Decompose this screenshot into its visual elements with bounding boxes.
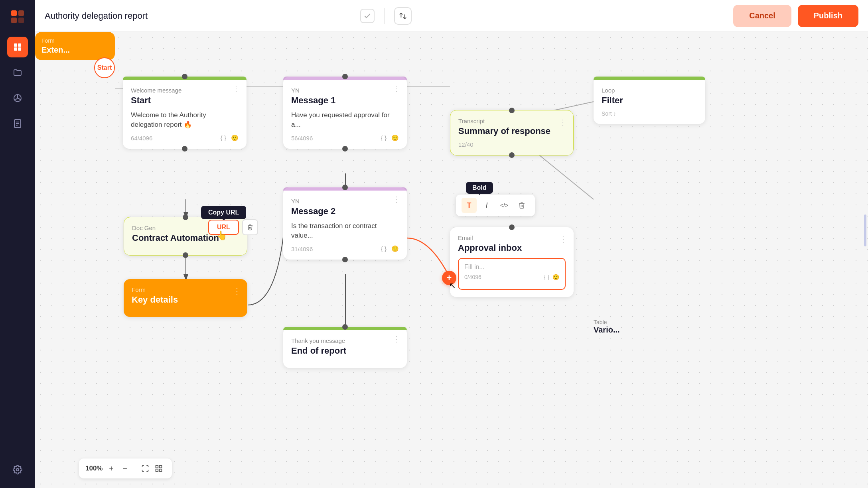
message2-node[interactable]: YN Message 2 Is the transaction or contr… xyxy=(283,187,407,260)
conn-top-msg1 xyxy=(342,74,348,79)
zoom-out-button[interactable]: − xyxy=(118,462,132,475)
transcript-menu-icon[interactable]: ⋮ xyxy=(559,118,567,127)
extend-node[interactable]: Form Exten... xyxy=(35,32,115,60)
email-emoji-icon[interactable]: 🙂 xyxy=(552,274,559,280)
swap-icon[interactable] xyxy=(394,7,412,25)
zoom-fit-button[interactable] xyxy=(138,462,152,475)
svg-point-13 xyxy=(16,468,19,471)
flow-canvas[interactable]: Start Welcome message Start Welcome to t… xyxy=(35,32,868,488)
extend-node-label: Form xyxy=(41,37,108,44)
msg1-footer-icons: { } 🙂 xyxy=(381,134,399,142)
conn-bottom-welcome xyxy=(182,146,187,152)
braces-icon-msg1[interactable]: { } xyxy=(381,134,387,142)
msg1-node-body: Have you requested approval for a... xyxy=(291,110,399,130)
endreport-node[interactable]: Thank you message End of report ⋮ xyxy=(283,327,407,368)
code-icon: </> xyxy=(500,202,508,209)
transcript-node[interactable]: Transcript Summary of response 12/40 ⋮ xyxy=(450,110,574,155)
svg-rect-7 xyxy=(18,47,21,51)
copy-url-tooltip: Copy URL xyxy=(201,206,246,219)
welcome-node-body: Welcome to the Authority delegation repo… xyxy=(131,110,239,130)
fit-screen-icon xyxy=(141,464,149,472)
msg2-counter: 31/4096 xyxy=(291,246,313,252)
svg-rect-26 xyxy=(160,469,162,472)
braces-icon-msg2[interactable]: { } xyxy=(381,245,387,252)
msg2-node-title: Message 2 xyxy=(291,206,399,216)
msg2-menu-icon[interactable]: ⋮ xyxy=(393,195,400,204)
table-label: Table xyxy=(594,319,620,325)
svg-rect-0 xyxy=(11,10,17,16)
braces-icon[interactable]: { } xyxy=(221,134,226,142)
welcome-node-title: Start xyxy=(131,95,239,106)
zoom-in-button[interactable]: + xyxy=(105,462,118,475)
format-toolbar: T I </> xyxy=(456,195,535,216)
conn-top-welcome xyxy=(182,74,187,79)
emoji-icon[interactable]: 🙂 xyxy=(231,134,239,142)
emoji-icon-msg2[interactable]: 🙂 xyxy=(391,245,399,252)
delete-url-button[interactable] xyxy=(242,219,258,235)
table-node[interactable]: Table Vario... xyxy=(594,319,620,335)
conn-top-msg2 xyxy=(342,185,348,190)
sidebar-item-settings[interactable] xyxy=(7,459,28,480)
email-menu-icon[interactable]: ⋮ xyxy=(559,234,567,244)
email-braces-icon[interactable]: { } xyxy=(544,274,549,280)
conn-top-transcript xyxy=(509,108,515,113)
topbar: Authority delegation report Cancel Publi… xyxy=(35,0,868,32)
email-input-area[interactable]: Fill in... 0/4096 { } 🙂 xyxy=(458,258,566,290)
svg-rect-23 xyxy=(156,466,158,468)
bold-tooltip: Bold xyxy=(466,182,493,194)
sidebar-item-grid[interactable] xyxy=(7,37,28,57)
sidebar-item-document[interactable] xyxy=(7,113,28,134)
svg-rect-1 xyxy=(18,10,24,16)
italic-icon: I xyxy=(485,201,487,210)
start-node[interactable]: Start xyxy=(94,57,115,78)
zoom-grid-button[interactable] xyxy=(152,462,166,475)
transcript-node-label: Transcript xyxy=(458,118,565,124)
sidebar-item-chart[interactable] xyxy=(7,88,28,108)
email-input-placeholder: Fill in... xyxy=(464,264,559,271)
transcript-node-title: Summary of response xyxy=(458,126,565,136)
email-counter: 0/4096 xyxy=(464,274,481,280)
welcome-footer-icons: { } 🙂 xyxy=(221,134,239,142)
welcome-node-footer: 64/4096 { } 🙂 xyxy=(131,134,239,142)
delete-format-btn[interactable] xyxy=(514,198,529,213)
welcome-menu-icon[interactable]: ⋮ xyxy=(232,84,240,93)
welcome-counter: 64/4096 xyxy=(131,135,152,142)
email-input-footer: 0/4096 { } 🙂 xyxy=(464,274,559,280)
sidebar-item-folder[interactable] xyxy=(7,62,28,83)
logo-icon xyxy=(9,8,26,26)
msg1-counter: 56/4096 xyxy=(291,135,313,142)
zoom-controls: 100% + − xyxy=(79,458,172,478)
msg1-node-label: YN xyxy=(291,87,399,94)
conn-top-email xyxy=(509,224,515,230)
table-title: Vario... xyxy=(594,325,620,335)
svg-rect-4 xyxy=(14,43,17,47)
scroll-indicator[interactable] xyxy=(864,214,866,246)
email-node-label: Email xyxy=(458,234,566,241)
endreport-menu-icon[interactable]: ⋮ xyxy=(393,334,400,344)
msg2-node-label: YN xyxy=(291,198,399,205)
keydetails-menu-icon[interactable]: ⋮ xyxy=(233,286,241,296)
msg1-menu-icon[interactable]: ⋮ xyxy=(393,84,400,93)
loop-node-label: Loop xyxy=(602,87,697,94)
welcome-message-node[interactable]: Welcome message Start Welcome to the Aut… xyxy=(123,77,247,149)
cancel-button[interactable]: Cancel xyxy=(733,5,791,27)
svg-rect-25 xyxy=(156,469,158,472)
msg2-footer-icons: { } 🙂 xyxy=(381,245,399,252)
email-node[interactable]: Email Approval inbox Fill in... 0/4096 {… xyxy=(450,227,574,297)
topbar-divider xyxy=(384,8,385,24)
keydetails-node-label: Form xyxy=(132,286,239,293)
keydetails-node[interactable]: Form Key details ⋮ xyxy=(124,279,247,317)
emoji-icon-msg1[interactable]: 🙂 xyxy=(391,134,399,142)
flow-title-input[interactable]: Authority delegation report xyxy=(45,11,354,21)
svg-rect-6 xyxy=(14,47,17,51)
loop-filter-node[interactable]: Loop Filter Sort ↕ xyxy=(594,77,705,124)
code-format-btn[interactable]: </> xyxy=(497,198,512,213)
svg-rect-24 xyxy=(160,466,162,468)
publish-button[interactable]: Publish xyxy=(798,5,858,27)
message1-node[interactable]: YN Message 1 Have you requested approval… xyxy=(283,77,407,149)
start-label: Start xyxy=(97,64,112,71)
email-node-title: Approval inbox xyxy=(458,243,566,253)
italic-format-btn[interactable]: I xyxy=(479,198,494,213)
grid-view-icon xyxy=(155,464,163,472)
bold-format-btn[interactable]: T xyxy=(462,198,477,213)
